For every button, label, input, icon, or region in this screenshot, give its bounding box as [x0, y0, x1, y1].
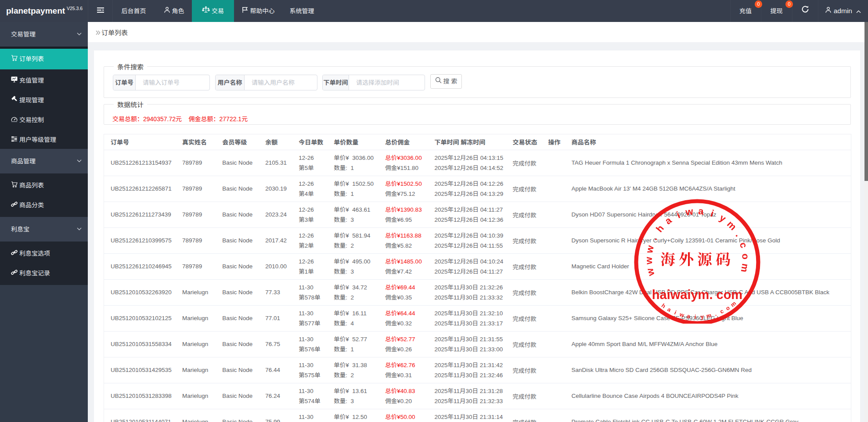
- svg-text:m: m: [725, 219, 739, 232]
- svg-text:w: w: [644, 244, 656, 255]
- svg-text:a: a: [686, 313, 691, 320]
- svg-text:m: m: [739, 263, 751, 273]
- svg-text:.: .: [713, 310, 717, 317]
- svg-text:a: a: [666, 306, 673, 314]
- svg-text:m: m: [706, 312, 712, 319]
- svg-text:w: w: [678, 311, 685, 319]
- svg-text:c: c: [738, 241, 750, 249]
- svg-text:h: h: [654, 223, 666, 234]
- svg-text:w: w: [684, 206, 695, 218]
- svg-text:a: a: [663, 214, 674, 227]
- svg-text:w: w: [644, 267, 657, 278]
- svg-text:i: i: [674, 309, 677, 316]
- svg-text:o: o: [740, 253, 751, 260]
- svg-text:y: y: [700, 313, 704, 320]
- svg-text:haiwaiym. com: haiwaiym. com: [652, 288, 742, 302]
- svg-text:o: o: [724, 304, 731, 312]
- svg-text:海外源码: 海外源码: [660, 248, 734, 269]
- svg-text:h: h: [660, 302, 667, 310]
- svg-text:w: w: [643, 256, 654, 265]
- svg-text:.: .: [648, 234, 659, 242]
- svg-text:.: .: [733, 231, 744, 238]
- svg-text:a: a: [698, 206, 704, 217]
- svg-text:y: y: [717, 212, 728, 224]
- svg-text:i: i: [709, 208, 715, 219]
- svg-text:i: i: [675, 209, 681, 220]
- svg-text:c: c: [719, 308, 724, 315]
- svg-text:i: i: [695, 314, 696, 320]
